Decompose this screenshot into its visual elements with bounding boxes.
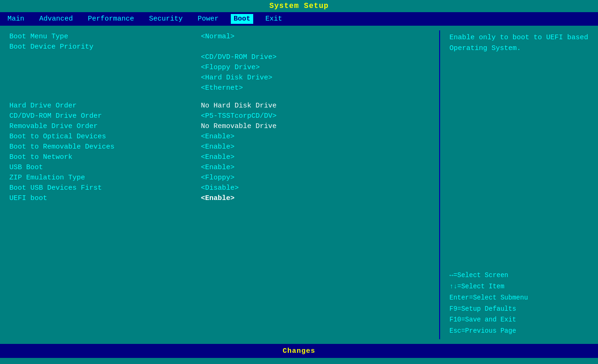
settings-values: <Normal> <CD/DVD-ROM Drive> <Floppy Driv… [201, 33, 430, 337]
title-bar: System Setup [0, 0, 598, 12]
label-boot-network: Boot to Network [9, 153, 72, 161]
val-row-hdd: <Hard Disk Drive> [201, 74, 430, 84]
val-row-zip-emulation: <Floppy> [201, 174, 430, 184]
main-content: Boot Menu Type Boot Device Priority Hard… [0, 26, 598, 344]
label-removable-order: Removable Drive Order [9, 122, 98, 130]
label-uefi-boot: UEFI boot [9, 194, 47, 202]
value-removable-order: No Removable Drive [201, 122, 277, 130]
label-hard-drive-order: Hard Drive Order [9, 102, 77, 110]
nav-boot[interactable]: Boot [231, 14, 253, 24]
row-zip-emulation[interactable]: ZIP Emulation Type [9, 174, 187, 184]
left-panel: Boot Menu Type Boot Device Priority Hard… [0, 26, 439, 344]
value-boot-device-priority [201, 43, 205, 51]
val-row-cd-dvd: <CD/DVD-ROM Drive> [201, 53, 430, 64]
label-cd-dvd-order: CD/DVD-ROM Drive Order [9, 112, 102, 120]
row-hard-drive-order[interactable]: Hard Drive Order [9, 102, 187, 112]
val-row-removable-order: No Removable Drive [201, 122, 430, 133]
value-cd-dvd: <CD/DVD-ROM Drive> [201, 53, 277, 61]
row-cd-dvd-order[interactable]: CD/DVD-ROM Drive Order [9, 112, 187, 122]
value-ethernet: <Ethernet> [201, 84, 243, 92]
value-floppy: <Floppy Drive> [201, 64, 260, 71]
bottom-bar: Changes [0, 344, 598, 358]
val-row-boot-menu-type: <Normal> [201, 33, 430, 43]
val-row-boot-optical: <Enable> [201, 133, 430, 143]
label-boot-device-priority: Boot Device Priority [9, 43, 93, 51]
val-row-boot-usb-first: <Disable> [201, 184, 430, 194]
value-hard-drive-order: No Hard Disk Drive [201, 102, 277, 110]
label-boot-removable: Boot to Removable Devices [9, 143, 114, 151]
val-row-floppy: <Floppy Drive> [201, 64, 430, 74]
nav-security[interactable]: Security [146, 14, 185, 24]
bottom-label: Changes [283, 347, 315, 355]
value-uefi-boot: <Enable> [201, 194, 235, 202]
value-boot-network: <Enable> [201, 153, 235, 161]
right-panel: Enable only to boot to UEFI based Operat… [440, 26, 598, 344]
label-zip-emulation: ZIP Emulation Type [9, 174, 85, 182]
label-boot-menu-type: Boot Menu Type [9, 33, 68, 41]
value-boot-optical: <Enable> [201, 133, 235, 141]
row-empty1 [9, 53, 187, 64]
row-empty4 [9, 84, 187, 94]
key-line-5: F10=Save and Exit [449, 314, 589, 326]
label-boot-optical: Boot to Optical Devices [9, 133, 106, 141]
row-boot-menu-type[interactable]: Boot Menu Type [9, 33, 187, 43]
label-boot-usb-first: Boot USB Devices First [9, 184, 102, 192]
row-boot-network[interactable]: Boot to Network [9, 153, 187, 164]
val-row-boot-removable: <Enable> [201, 143, 430, 153]
row-boot-removable[interactable]: Boot to Removable Devices [9, 143, 187, 153]
value-boot-usb-first: <Disable> [201, 184, 239, 192]
nav-performance[interactable]: Performance [85, 14, 137, 24]
key-line-4: F9=Setup Defaults [449, 304, 589, 315]
value-hdd: <Hard Disk Drive> [201, 74, 272, 82]
value-zip-emulation: <Floppy> [201, 174, 235, 182]
val-row-usb-boot: <Enable> [201, 164, 430, 174]
label-usb-boot: USB Boot [9, 164, 43, 171]
help-text: Enable only to boot to UEFI based Operat… [449, 33, 589, 54]
nav-main[interactable]: Main [5, 14, 27, 24]
nav-advanced[interactable]: Advanced [36, 14, 76, 24]
row-empty3 [9, 74, 187, 84]
row-boot-optical[interactable]: Boot to Optical Devices [9, 133, 187, 143]
nav-exit[interactable]: Exit [263, 14, 285, 24]
row-empty2 [9, 64, 187, 74]
val-row-cd-dvd-order: <P5-TSSTcorpCD/DV> [201, 112, 430, 122]
nav-power[interactable]: Power [195, 14, 221, 24]
key-line-3: Enter=Select Submenu [449, 293, 589, 304]
val-row-uefi-boot: <Enable> [201, 194, 430, 205]
row-uefi-boot[interactable]: UEFI boot [9, 194, 187, 205]
row-usb-boot[interactable]: USB Boot [9, 164, 187, 174]
row-boot-usb-first[interactable]: Boot USB Devices First [9, 184, 187, 194]
row-boot-device-priority[interactable]: Boot Device Priority [9, 43, 187, 53]
val-row-ethernet: <Ethernet> [201, 84, 430, 94]
value-cd-dvd-order: <P5-TSSTcorpCD/DV> [201, 112, 277, 120]
key-line-1: ↔=Select Screen [449, 270, 589, 281]
val-row-boot-network: <Enable> [201, 153, 430, 164]
nav-bar: Main Advanced Performance Security Power… [0, 12, 598, 26]
value-boot-menu-type: <Normal> [201, 33, 235, 41]
value-boot-removable: <Enable> [201, 143, 235, 151]
key-line-6: Esc=Previous Page [449, 326, 589, 337]
row-removable-order[interactable]: Removable Drive Order [9, 122, 187, 133]
val-row-boot-device-priority [201, 43, 430, 53]
settings-labels: Boot Menu Type Boot Device Priority Hard… [9, 33, 187, 337]
value-usb-boot: <Enable> [201, 164, 235, 171]
val-row-hard-drive-order: No Hard Disk Drive [201, 102, 430, 112]
key-line-2: ↑↓=Select Item [449, 281, 589, 293]
title-text: System Setup [269, 2, 328, 10]
key-help: ↔=Select Screen ↑↓=Select Item Enter=Sel… [449, 270, 589, 337]
